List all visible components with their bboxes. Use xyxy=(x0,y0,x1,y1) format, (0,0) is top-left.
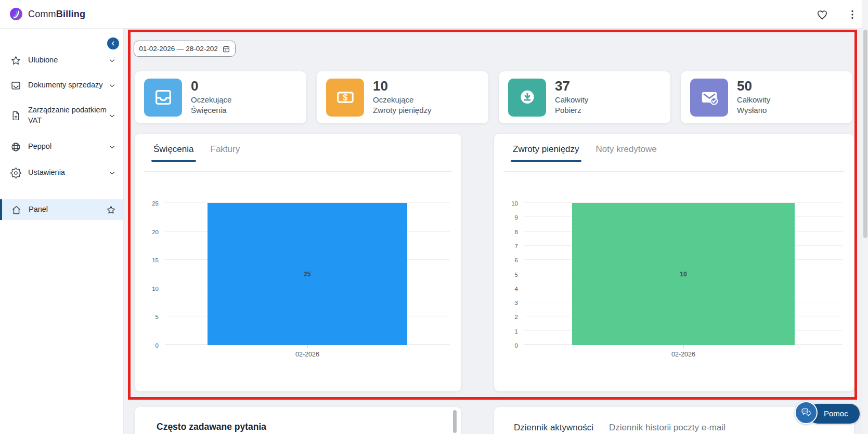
y-axis-tick-label: 1 xyxy=(501,328,518,335)
sidebar-item-label: Dokumenty sprzedaży xyxy=(28,80,108,91)
sidebar-collapse-button[interactable] xyxy=(107,37,119,49)
mail-check-icon xyxy=(690,79,728,117)
stat-value: 10 xyxy=(373,79,432,93)
stat-card-calkowity-pobierz[interactable]: 37 CałkowityPobierz xyxy=(499,71,670,123)
home-icon xyxy=(11,205,22,215)
stat-value: 0 xyxy=(191,79,231,93)
sidebar-item-label: Ustawienia xyxy=(28,168,108,178)
star-icon xyxy=(10,55,21,66)
bar-data-label: 25 xyxy=(208,271,407,278)
y-axis-tick-label: 4 xyxy=(501,286,518,292)
stat-label: OczekująceZwroty pieniędzy xyxy=(373,95,432,116)
download-icon xyxy=(508,79,546,117)
brand-logo-icon xyxy=(9,7,23,21)
tab-noty-kredytowe[interactable]: Noty kredytowe xyxy=(596,144,657,161)
help-button[interactable]: Pomoc xyxy=(795,401,860,424)
sidebar-item-ustawienia[interactable]: Ustawienia xyxy=(0,164,123,181)
chart-tabs: Zwroty pieniędzy Noty kredytowe xyxy=(513,144,657,161)
app-screen: CommBilling Ulubione xyxy=(0,0,868,434)
stat-card-calkowity-wyslano[interactable]: 50 CałkowityWysłano xyxy=(681,71,852,123)
y-axis-tick-label: 2 xyxy=(501,314,518,320)
globe-icon xyxy=(10,142,21,152)
brand-name: CommBilling xyxy=(28,9,85,20)
x-axis-tick xyxy=(683,346,684,348)
chat-bubbles-icon xyxy=(795,401,818,424)
stat-label: OczekująceŚwięcenia xyxy=(191,95,231,116)
favorite-star-icon[interactable] xyxy=(106,205,116,215)
bar-data-label: 10 xyxy=(572,271,795,278)
favorites-heart-icon[interactable] xyxy=(816,8,828,21)
y-axis-tick-label: 15 xyxy=(142,257,159,263)
y-axis-tick-label: 7 xyxy=(501,243,518,249)
chart-card-zwroty: Zwroty pieniędzy Noty kredytowe 01234567… xyxy=(494,134,854,391)
sidebar-item-ulubione[interactable]: Ulubione xyxy=(0,52,123,69)
stat-value: 37 xyxy=(555,79,588,93)
inbox-tray-icon xyxy=(144,79,182,117)
y-axis-tick-label: 20 xyxy=(142,229,159,235)
date-range-value: 01-02-2026 — 28-02-202 xyxy=(139,45,218,53)
y-axis-tick-label: 25 xyxy=(142,200,159,207)
kebab-menu-icon[interactable] xyxy=(846,8,859,21)
stat-label: CałkowityPobierz xyxy=(555,95,588,116)
y-axis-tick-label: 0 xyxy=(501,342,518,349)
sidebar-item-dokumenty-sprzedazy[interactable]: Dokumenty sprzedaży xyxy=(0,77,123,94)
sidebar-item-label: Ulubione xyxy=(28,55,108,66)
log-tabs: Dziennik aktywności Dziennik historii po… xyxy=(514,423,726,433)
tab-faktury[interactable]: Faktury xyxy=(211,144,240,161)
chevron-left-icon xyxy=(110,40,116,47)
chevron-down-icon xyxy=(108,112,116,120)
chevron-down-icon xyxy=(108,82,116,90)
inbox-icon xyxy=(10,80,21,91)
bar-chart-swiecenia: 05101520252502-2026 xyxy=(142,203,450,359)
faq-card: Często zadawane pytania xyxy=(135,407,461,434)
date-range-picker[interactable]: 01-02-2026 — 28-02-202 xyxy=(134,41,236,57)
y-axis-tick-label: 10 xyxy=(501,200,518,207)
tabs-divider xyxy=(503,171,845,172)
x-axis-label: 02-2026 xyxy=(281,351,333,358)
faq-scrollbar[interactable] xyxy=(453,410,457,433)
chart-bar[interactable]: 25 xyxy=(208,203,407,345)
svg-text:$: $ xyxy=(343,93,347,102)
document-icon xyxy=(10,110,21,121)
chart-tabs: Święcenia Faktury xyxy=(153,144,240,161)
window-scrollbar xyxy=(862,0,868,434)
scrollbar-thumb[interactable] xyxy=(863,30,867,238)
sidebar-item-panel-active[interactable]: Panel xyxy=(0,199,123,220)
tab-swiecenia[interactable]: Święcenia xyxy=(153,144,194,161)
tab-dziennik-aktywnosci[interactable]: Dziennik aktywności xyxy=(514,423,593,433)
tabs-divider xyxy=(144,171,452,172)
chevron-down-icon xyxy=(108,143,116,151)
stat-card-oczekujace-zwroty[interactable]: $ 10 OczekująceZwroty pieniędzy xyxy=(317,71,488,123)
y-axis-tick-label: 0 xyxy=(142,342,159,349)
y-axis-tick-label: 9 xyxy=(501,214,518,221)
bar-chart-zwroty: 0123456789101002-2026 xyxy=(501,203,843,359)
calendar-icon xyxy=(222,45,230,53)
sidebar: Ulubione Dokumenty sprzedaży Zarządzanie… xyxy=(0,29,124,434)
stat-value: 50 xyxy=(737,79,770,93)
faq-title: Często zadawane pytania xyxy=(157,422,266,432)
chevron-down-icon xyxy=(108,57,116,65)
y-axis-tick-label: 10 xyxy=(142,286,159,292)
brand: CommBilling xyxy=(9,7,85,21)
chart-card-swiecenia: Święcenia Faktury 05101520252502-2026 xyxy=(135,134,461,391)
tab-dziennik-email[interactable]: Dziennik historii poczty e-mail xyxy=(609,423,726,433)
topbar: CommBilling xyxy=(0,0,868,29)
y-axis-tick-label: 6 xyxy=(501,257,518,263)
sidebar-item-zarzadzanie-vat[interactable]: Zarządzanie podatkiem VAT xyxy=(0,103,123,128)
sidebar-item-peppol[interactable]: Peppol xyxy=(0,138,123,155)
y-axis-tick-label: 5 xyxy=(501,272,518,278)
sidebar-item-label: Peppol xyxy=(28,142,108,152)
y-axis-tick-label: 8 xyxy=(501,229,518,235)
banknote-dollar-icon: $ xyxy=(326,79,364,117)
x-axis-label: 02-2026 xyxy=(657,351,709,358)
sidebar-item-label: Panel xyxy=(29,205,106,215)
x-axis-tick xyxy=(307,346,308,348)
y-axis-tick-label: 3 xyxy=(501,300,518,306)
gear-icon xyxy=(10,168,21,178)
chart-bar[interactable]: 10 xyxy=(572,203,795,345)
tab-zwroty-pieniedzy[interactable]: Zwroty pieniędzy xyxy=(513,144,579,161)
sidebar-item-label: Zarządzanie podatkiem VAT xyxy=(28,105,108,125)
y-axis-tick-label: 5 xyxy=(142,314,159,320)
stat-card-oczekujace-swiecenia[interactable]: 0 OczekująceŚwięcenia xyxy=(135,71,306,123)
chevron-down-icon xyxy=(108,169,116,177)
